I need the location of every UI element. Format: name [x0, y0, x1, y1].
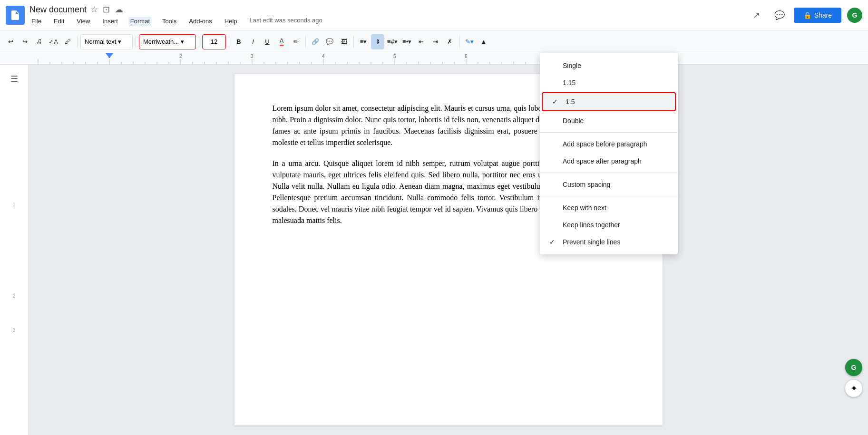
page-margin-1: 1: [12, 202, 15, 207]
doc-area: Lorem ipsum dolor sit amet, consectetur …: [29, 65, 868, 435]
separator-2: [136, 36, 136, 48]
image-button[interactable]: 🖼: [337, 34, 351, 49]
double-label: Double: [563, 117, 584, 125]
line-spacing-dropdown: Single 1.15 ✓ 1.5 Double Add space befor…: [540, 53, 678, 254]
ruler: [0, 53, 868, 65]
font-size-box[interactable]: 12: [202, 34, 226, 49]
app-icon: [6, 6, 25, 25]
menu-insert[interactable]: Insert: [100, 17, 120, 26]
last-edit: Last edit was seconds ago: [250, 17, 322, 26]
italic-button[interactable]: I: [246, 34, 260, 49]
style-label: Normal text: [85, 38, 116, 45]
custom-label: Custom spacing: [563, 181, 610, 188]
undo-button[interactable]: ↩: [4, 34, 17, 49]
folder-icon[interactable]: ⊡: [103, 4, 110, 15]
document-icon: [10, 10, 21, 21]
spacing-1-15[interactable]: 1.15: [540, 74, 678, 91]
separator-7: [459, 36, 460, 48]
menu-help[interactable]: Help: [223, 17, 239, 26]
link-button[interactable]: 🔗: [309, 34, 322, 49]
menu-format[interactable]: Format: [128, 17, 152, 26]
space-after-label: Add space after paragraph: [563, 157, 642, 165]
clear-format-button[interactable]: ✗: [443, 34, 457, 49]
custom-spacing[interactable]: Custom spacing: [540, 176, 678, 193]
ruler-canvas: [0, 53, 868, 65]
outline-icon[interactable]: ☰: [6, 70, 23, 87]
menu-file[interactable]: File: [29, 17, 43, 26]
style-chevron: ▾: [118, 38, 121, 45]
page-margin-3: 3: [12, 327, 15, 333]
1-5-check: ✓: [552, 98, 560, 106]
assistant-button[interactable]: ✦: [845, 380, 862, 397]
highlight-button[interactable]: ✏: [289, 34, 302, 49]
spellcheck-button[interactable]: ✓A: [47, 34, 60, 49]
menu-edit[interactable]: Edit: [52, 17, 66, 26]
main-area: ☰ 1 2 3 Lorem ipsum dolor sit amet, cons…: [0, 65, 868, 435]
bulleted-list-button[interactable]: ≡•▾: [400, 34, 414, 49]
keep-with-next[interactable]: Keep with next: [540, 199, 678, 216]
share-label: Share: [814, 11, 832, 19]
redo-button[interactable]: ↪: [18, 34, 31, 49]
comment-button[interactable]: 💬: [323, 34, 336, 49]
spacing-double[interactable]: Double: [540, 112, 678, 129]
style-selector[interactable]: Normal text ▾: [80, 34, 133, 49]
prevent-single-lines[interactable]: ✓ Prevent single lines: [540, 233, 678, 251]
star-icon[interactable]: ☆: [90, 4, 98, 15]
right-panel: G ✦: [845, 359, 862, 397]
font-chevron: ▾: [181, 38, 184, 45]
comments-icon[interactable]: 💬: [771, 7, 788, 24]
collapse-button[interactable]: ▲: [477, 34, 490, 49]
spacing-single[interactable]: Single: [540, 57, 678, 74]
font-label: Merriweath...: [143, 38, 179, 45]
sidebar: ☰ 1 2 3: [0, 65, 29, 435]
separator-6: [353, 36, 354, 48]
analytics-icon[interactable]: ↗: [748, 7, 765, 24]
keep-next-label: Keep with next: [563, 204, 606, 212]
bold-button[interactable]: B: [232, 34, 245, 49]
line-spacing-button[interactable]: ⇕: [371, 34, 384, 49]
1-5-label: 1.5: [566, 98, 575, 106]
decrease-indent-button[interactable]: ⇤: [415, 34, 428, 49]
add-space-before[interactable]: Add space before paragraph: [540, 135, 678, 153]
text-color-button[interactable]: A: [275, 34, 288, 49]
align-button[interactable]: ≡▾: [357, 34, 370, 49]
space-before-label: Add space before paragraph: [563, 140, 647, 148]
font-size-label: 12: [211, 38, 217, 45]
share-button[interactable]: 🔒 Share: [794, 8, 841, 23]
grammarly-button[interactable]: G: [845, 359, 862, 376]
pen-color-button[interactable]: ✎▾: [463, 34, 476, 49]
underline-button[interactable]: U: [261, 34, 274, 49]
separator-4: [229, 36, 229, 48]
paint-format-button[interactable]: 🖊: [61, 34, 74, 49]
increase-indent-button[interactable]: ⇥: [429, 34, 442, 49]
user-avatar[interactable]: G: [847, 8, 862, 23]
doc-title-row: New document ☆ ⊡ ☁: [29, 4, 748, 15]
separator-a: [540, 132, 678, 133]
separator-c: [540, 196, 678, 196]
numbered-list-button[interactable]: ≡#▾: [385, 34, 400, 49]
separator-b: [540, 173, 678, 173]
keep-lines-label: Keep lines together: [563, 221, 620, 229]
menu-view[interactable]: View: [75, 17, 92, 26]
prevent-label: Prevent single lines: [563, 238, 620, 246]
separator-1: [77, 36, 78, 48]
spacing-1-5[interactable]: ✓ 1.5: [542, 92, 676, 111]
lock-icon: 🔒: [803, 11, 811, 19]
1-15-label: 1.15: [563, 79, 575, 87]
title-icons: ☆ ⊡ ☁: [90, 4, 123, 15]
keep-lines-together[interactable]: Keep lines together: [540, 216, 678, 233]
font-selector[interactable]: Merriweath... ▾: [139, 34, 196, 49]
top-right-controls: ↗ 💬 🔒 Share G: [748, 7, 862, 24]
add-space-after[interactable]: Add space after paragraph: [540, 153, 678, 170]
menu-addons[interactable]: Add-ons: [187, 17, 214, 26]
doc-title[interactable]: New document: [29, 5, 87, 15]
doc-title-area: New document ☆ ⊡ ☁ File Edit View Insert…: [29, 4, 748, 26]
print-button[interactable]: 🖨: [32, 34, 46, 49]
top-bar: New document ☆ ⊡ ☁ File Edit View Insert…: [0, 0, 868, 30]
page-margin-2: 2: [12, 293, 15, 299]
prevent-check: ✓: [549, 238, 557, 246]
separator-3: [199, 36, 199, 48]
menu-tools[interactable]: Tools: [160, 17, 178, 26]
toolbar: ↩ ↪ 🖨 ✓A 🖊 Normal text ▾ Merriweath... ▾…: [0, 30, 868, 53]
cloud-icon[interactable]: ☁: [115, 4, 123, 15]
